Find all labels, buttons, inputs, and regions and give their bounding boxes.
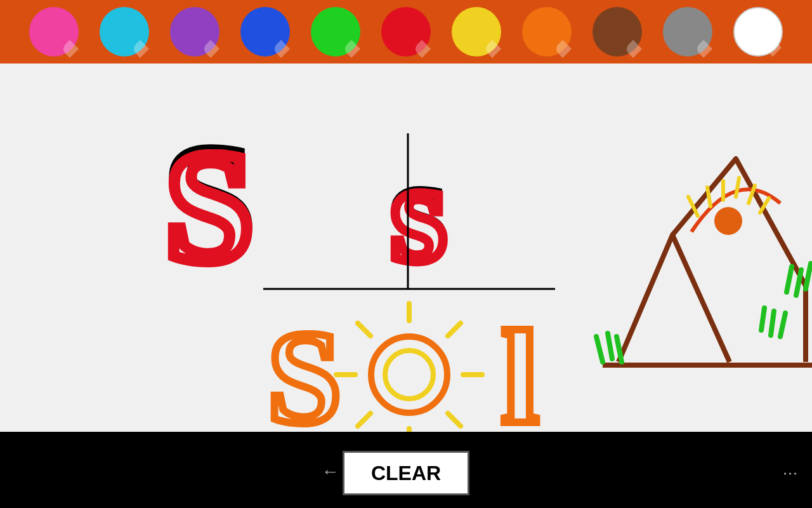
color-orange[interactable] [522,7,572,57]
clear-button[interactable]: CLEAR [343,451,469,495]
more-options-icon[interactable]: ⋮ [782,466,799,483]
clear-label: CLEAR [371,462,441,485]
color-red[interactable] [381,7,431,57]
color-cyan[interactable] [100,7,149,57]
color-green[interactable] [311,7,360,57]
letter-S-red: S [165,119,253,295]
back-icon[interactable]: ← [322,462,339,482]
svg-line-7 [358,413,370,426]
canvas-area[interactable]: S S s s S l [0,64,812,432]
svg-line-16 [608,333,612,359]
sun-circle-inner [385,351,433,399]
color-yellow[interactable] [452,7,501,57]
svg-line-15 [596,337,603,362]
drawing-canvas[interactable]: S S s s S l [0,64,812,432]
svg-line-6 [448,323,461,336]
color-brown[interactable] [593,7,642,57]
color-blue[interactable] [240,7,290,57]
svg-line-22 [771,311,774,335]
color-bar [0,0,812,64]
svg-line-5 [448,413,461,426]
svg-line-4 [358,323,370,336]
color-white[interactable] [733,7,783,57]
letter-s-lowercase-red: s [391,133,447,291]
sol-l: l [502,304,539,432]
svg-line-17 [617,337,622,362]
sol-S: S [268,304,342,432]
sun-mountain [714,207,742,235]
grass-strokes [596,264,811,362]
color-gray[interactable] [663,7,712,57]
svg-line-12 [736,178,739,197]
svg-line-18 [787,267,792,292]
color-purple[interactable] [170,7,219,57]
svg-line-23 [780,313,785,337]
svg-line-20 [806,264,811,289]
svg-line-21 [761,308,764,330]
color-pink[interactable] [29,7,79,57]
